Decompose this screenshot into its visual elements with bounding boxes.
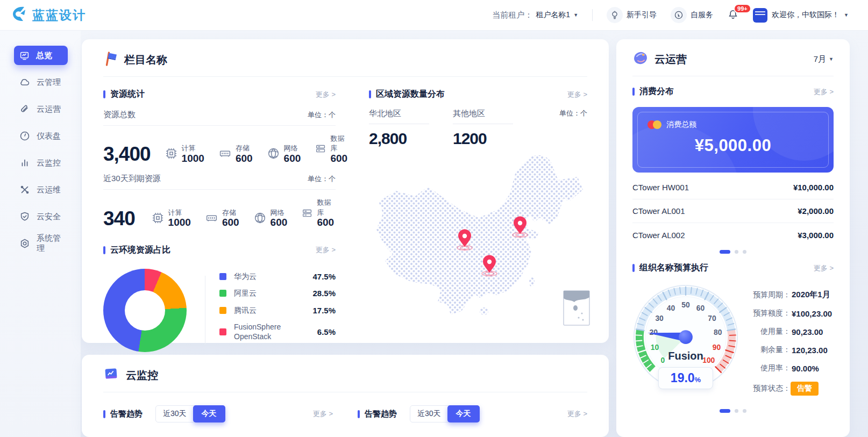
bulb-icon [607,7,623,23]
guide-button[interactable]: 新手引导 [607,7,657,23]
region-dist-title: 区域资源数量分布 [376,89,445,100]
total-resources-value: 3,400 [103,144,151,164]
user-menu[interactable]: 欢迎你，中软国际！ ▼ [753,8,849,23]
alarm-trend-more-link[interactable]: 更多 > [313,409,333,419]
cloud-ratio-more-link[interactable]: 更多 > [316,245,336,255]
paperclip-icon [19,104,30,114]
consumption-title: 消费分布 [639,86,674,97]
consumption-more-link[interactable]: 更多 > [814,87,834,97]
sidebar-item-label: 总览 [36,51,52,61]
resource-item-value: 600 [284,153,301,164]
alarm-trend-range-toggle: 近30天 今天 [410,405,480,422]
tenant-resource-amount: ¥2,000.00 [798,206,834,216]
budget-details: 预算周期：2020年1月 预算额度：¥100,23.00 使用量：90,23.0… [744,279,834,406]
month-filter[interactable]: 7月 ▼ [814,54,834,65]
tenant-selector[interactable]: 当前租户： 租户名称1 ▼ [492,10,578,20]
sidebar-item-cloud-maint[interactable]: 云运维 [14,180,68,199]
monitor-chart-icon [19,51,30,61]
logo-icon [11,5,28,25]
resource-stats-more-link[interactable]: 更多 > [316,90,336,99]
tenant-resource-name: CTower AL002 [632,231,685,240]
region-name: 其他地区 [453,109,513,119]
list-item[interactable]: CTower AL001 ¥2,000.00 [632,199,834,223]
resource-item-label: 计算 [182,144,196,152]
region-block: 华北地区 2,800 [369,109,429,148]
chevron-down-icon: ▼ [573,12,578,18]
self-service-button[interactable]: 自服务 [671,7,713,23]
resource-item-storage: 存储600 [218,143,253,164]
pager-dot[interactable] [735,250,738,254]
sidebar-item-overview[interactable]: 总览 [14,46,68,65]
section-marker [358,410,360,418]
list-item[interactable]: CTower AL002 ¥3,000.00 [632,223,834,247]
list-item[interactable]: CTower HW001 ¥10,000.00 [632,176,834,199]
section-marker [103,246,105,254]
resource-item-label: 网络 [284,144,298,152]
budget-pager [632,406,834,414]
unit-label: 单位：个 [559,109,587,118]
pager-dot[interactable] [743,409,746,413]
range-tab-today[interactable]: 今天 [447,405,480,422]
hainan-island [480,307,488,315]
legend-label: 阿里云 [234,289,297,298]
resource-item-value: 600 [236,153,253,164]
database-icon [315,142,326,155]
divider [632,76,834,76]
sidebar-item-cloud-security[interactable]: 云安全 [14,207,68,226]
budget-gauge-chart: 0102030405060708090100 Fusion 19.0% [627,279,744,406]
sidebar-item-dashboard[interactable]: 仪表盘 [14,126,68,146]
sidebar-item-cloud-mgmt[interactable]: 云管理 [14,73,68,92]
budget-detail-label: 预算周期： [746,290,791,300]
resource-item-label: 存储 [222,209,236,217]
section-marker [632,88,635,96]
app-logo[interactable]: 蓝蓝设计 [11,5,86,25]
pager-dot[interactable] [743,250,746,254]
region-dist-more-link[interactable]: 更多 > [567,90,587,99]
pager-dot[interactable] [720,409,730,413]
budget-detail-value: 90.00% [792,364,819,373]
cpu-icon [165,147,178,160]
expiring-resources-label: 近30天到期资源 [103,174,161,184]
sidebar-item-cloud-monitor[interactable]: 云监控 [14,153,68,173]
tenant-resource-amount: ¥10,000.00 [793,183,834,192]
sidebar-item-system-mgmt[interactable]: 系统管理 [14,234,68,253]
range-tab-30days[interactable]: 近30天 [156,406,194,422]
china-map [369,149,587,338]
resource-item-database: 数据库600 [315,133,349,164]
range-tab-today[interactable]: 今天 [193,405,225,422]
budget-more-link[interactable]: 更多 > [814,263,834,273]
resource-stats-title: 资源统计 [110,89,145,100]
region-block: 其他地区 1200 [453,109,513,148]
svg-text:90: 90 [713,343,721,352]
notifications-button[interactable]: 99+ [727,9,739,22]
budget-status-label: 预算状态： [746,384,791,393]
sidebar-item-label: 云监控 [37,158,61,168]
memory-icon [205,211,218,225]
range-tab-30days[interactable]: 近30天 [410,406,448,422]
budget-title: 组织名称预算执行 [639,262,708,274]
shield-check-icon [19,211,30,222]
pager-dot[interactable] [735,409,738,413]
pager-dot[interactable] [720,250,730,254]
budget-detail-label: 剩余量： [746,345,791,355]
alarm-trend-more-link[interactable]: 更多 > [567,409,587,419]
sidebar-item-cloud-ops[interactable]: 云运营 [14,99,68,119]
budget-detail-value: 120,23.00 [792,346,828,355]
monitor-card: 云监控 告警趋势 近30天 今天 更多 > 告警趋势 近30天 [82,355,609,437]
section-marker [103,90,105,98]
legend-item: FusionSphere OpenStack 6.5% [219,323,336,341]
expiring-resources-value: 340 [103,209,137,228]
unit-label: 单位：个 [308,174,336,184]
alarm-trend-panel: 告警趋势 近30天 今天 更多 > [103,405,333,422]
gauge-icon [19,131,30,141]
alarm-trend-panel: 告警趋势 近30天 今天 更多 > [358,405,587,422]
sidebar-item-label: 系统管理 [37,233,68,254]
tenant-label: 当前租户： [492,10,532,20]
resource-item-label: 网络 [271,209,284,217]
logo-text: 蓝蓝设计 [32,7,86,24]
gauge-center-label: Fusion [668,350,703,362]
region-value: 1200 [453,130,513,148]
welcome-text: 欢迎你，中软国际！ [772,10,839,20]
legend-label: 腾讯云 [234,306,297,316]
top-header: 蓝蓝设计 当前租户： 租户名称1 ▼ 新手引导 自服务 99+ 欢迎你，中软国际… [0,0,868,31]
